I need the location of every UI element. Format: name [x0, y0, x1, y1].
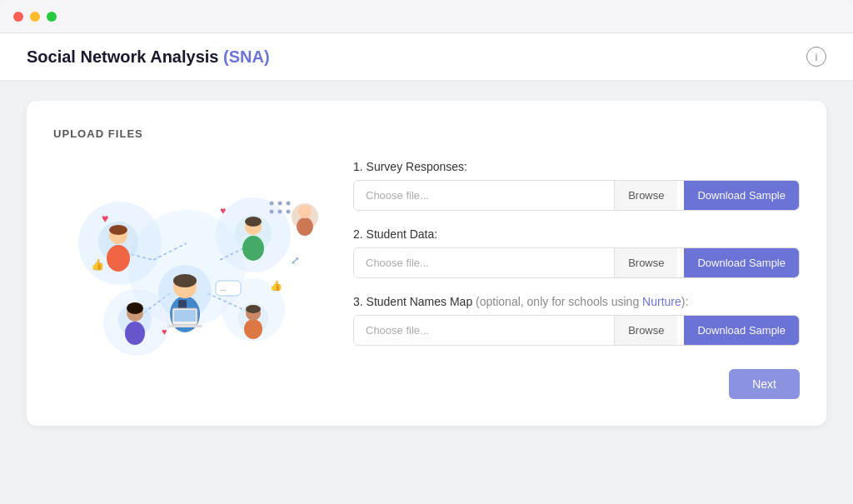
title-bar — [0, 0, 853, 33]
svg-point-43 — [278, 202, 282, 206]
minimize-button[interactable] — [30, 12, 40, 22]
svg-text:♥: ♥ — [162, 327, 167, 337]
svg-point-13 — [173, 274, 197, 287]
svg-point-46 — [278, 210, 282, 214]
svg-point-30 — [246, 305, 261, 313]
student-data-label: 2. Student Data: — [353, 227, 800, 241]
survey-responses-group: 1. Survey Responses: Choose file... Brow… — [353, 160, 800, 211]
svg-point-18 — [109, 225, 127, 235]
svg-point-24 — [125, 322, 145, 345]
svg-point-26 — [127, 302, 143, 314]
close-button[interactable] — [13, 12, 23, 22]
svg-text:...: ... — [220, 284, 227, 292]
card-body: ♥ ♥ ♥ 👍 👍 ... ⤢ — [53, 160, 800, 399]
next-row: Next — [353, 369, 800, 399]
svg-point-42 — [270, 202, 274, 206]
svg-text:♥: ♥ — [220, 205, 226, 217]
svg-text:👍: 👍 — [91, 257, 105, 272]
student-browse-button[interactable]: Browse — [614, 248, 677, 277]
student-file-placeholder: Choose file... — [354, 248, 607, 277]
app-title: Social Network Analysis (SNA) — [27, 47, 270, 67]
student-names-map-group: 3. Student Names Map (optional, only for… — [353, 295, 800, 346]
app-header: Social Network Analysis (SNA) i — [0, 33, 853, 81]
title-abbr: (SNA) — [223, 47, 270, 66]
student-download-button[interactable]: Download Sample — [684, 248, 799, 277]
upload-card: UPLOAD FILES — [27, 101, 826, 426]
svg-point-28 — [244, 319, 262, 339]
svg-rect-49 — [174, 310, 196, 322]
maximize-button[interactable] — [47, 12, 57, 22]
main-content: UPLOAD FILES — [0, 81, 853, 504]
card-title: UPLOAD FILES — [53, 127, 800, 140]
svg-point-47 — [287, 210, 291, 214]
app-window: Social Network Analysis (SNA) i UPLOAD F… — [0, 0, 853, 504]
survey-responses-label: 1. Survey Responses: — [353, 160, 800, 173]
app-container: Social Network Analysis (SNA) i UPLOAD F… — [0, 33, 853, 504]
survey-responses-input-row: Choose file... Browse Download Sample — [353, 180, 800, 211]
svg-rect-50 — [167, 325, 202, 327]
names-browse-button[interactable]: Browse — [614, 316, 677, 345]
title-text: Social Network Analysis — [27, 47, 218, 66]
student-names-input-row: Choose file... Browse Download Sample — [353, 315, 800, 346]
student-names-label: 3. Student Names Map (optional, only for… — [353, 295, 800, 308]
svg-point-16 — [107, 245, 130, 272]
svg-point-32 — [297, 217, 313, 236]
svg-text:👍: 👍 — [270, 279, 282, 292]
survey-download-button[interactable]: Download Sample — [684, 181, 799, 210]
svg-point-20 — [242, 236, 264, 261]
svg-point-45 — [270, 210, 274, 214]
social-network-illustration: ♥ ♥ ♥ 👍 👍 ... ⤢ — [53, 160, 320, 377]
upload-section: 1. Survey Responses: Choose file... Brow… — [353, 160, 800, 399]
svg-text:♥: ♥ — [102, 212, 108, 225]
svg-point-33 — [298, 205, 312, 218]
svg-text:⤢: ⤢ — [291, 254, 300, 267]
svg-point-22 — [245, 217, 262, 227]
svg-point-44 — [287, 202, 291, 206]
student-data-group: 2. Student Data: Choose file... Browse D… — [353, 227, 800, 278]
names-download-button[interactable]: Download Sample — [684, 316, 799, 345]
student-data-input-row: Choose file... Browse Download Sample — [353, 247, 800, 278]
nurture-link[interactable]: Nurture — [642, 295, 681, 308]
info-icon[interactable]: i — [806, 47, 826, 67]
next-button[interactable]: Next — [729, 369, 800, 399]
names-file-placeholder: Choose file... — [354, 316, 607, 345]
survey-file-placeholder: Choose file... — [354, 181, 607, 210]
survey-browse-button[interactable]: Browse — [614, 181, 677, 210]
